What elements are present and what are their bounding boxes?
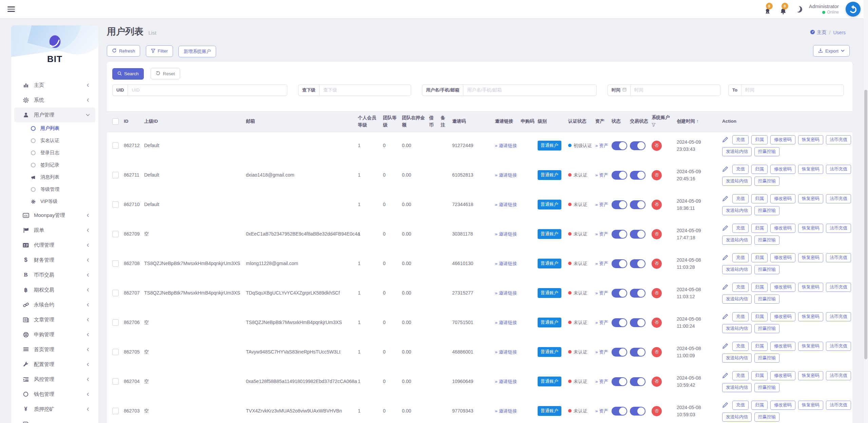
action-button-修改密码[interactable]: 修改密码 — [770, 283, 795, 292]
edit-pencil-icon[interactable] — [722, 314, 730, 320]
add-system-account-button[interactable]: 新增系统账户 — [178, 46, 216, 57]
row-checkbox[interactable] — [112, 378, 119, 385]
select-all-checkbox[interactable] — [112, 118, 119, 125]
action-button-充值[interactable]: 充值 — [732, 371, 749, 380]
sidebar-item-代理管理[interactable]: 代理管理 — [14, 238, 95, 253]
sidebar-item-hidden-17[interactable] — [14, 417, 95, 423]
action-button-修改密码[interactable]: 修改密码 — [770, 194, 795, 203]
row-checkbox[interactable] — [112, 172, 119, 178]
action-button-修改密码[interactable]: 修改密码 — [770, 224, 795, 233]
status-toggle[interactable] — [612, 141, 627, 150]
action-button-恢复密码[interactable]: 恢复密码 — [798, 371, 823, 380]
action-button-发送站内信[interactable]: 发送站内信 — [722, 236, 752, 245]
action-button-修改密码[interactable]: 修改密码 — [770, 342, 795, 351]
invite-link[interactable]: » 邀请链接 — [495, 231, 517, 237]
invite-link[interactable]: » 邀请链接 — [495, 173, 517, 178]
scrollbar-thumb[interactable] — [864, 90, 867, 359]
trade-status-toggle[interactable] — [630, 200, 645, 209]
status-toggle[interactable] — [612, 259, 627, 268]
action-button-恢复密码[interactable]: 恢复密码 — [798, 194, 823, 203]
action-button-法币充值[interactable]: 法币充值 — [826, 342, 851, 351]
assets-link[interactable]: » 资产 — [595, 231, 608, 237]
sidebar-item-质押挖矿[interactable]: ¥质押挖矿 — [14, 402, 95, 417]
action-button-修改密码[interactable]: 修改密码 — [770, 371, 795, 380]
edit-pencil-icon[interactable] — [722, 372, 730, 379]
status-toggle[interactable] — [612, 200, 627, 209]
admin-avatar[interactable] — [846, 2, 861, 17]
action-button-归属[interactable]: 归属 — [751, 401, 768, 410]
trade-status-toggle[interactable] — [630, 141, 645, 150]
assets-link[interactable]: » 资产 — [595, 261, 608, 266]
status-toggle[interactable] — [612, 289, 627, 298]
action-button-归属[interactable]: 归属 — [751, 312, 768, 321]
page-scrollbar[interactable] — [864, 0, 868, 423]
status-toggle[interactable] — [612, 318, 627, 327]
action-button-恢复密码[interactable]: 恢复密码 — [798, 253, 823, 262]
sidebar-item-钱包管理[interactable]: 钱包管理 — [14, 387, 95, 402]
action-button-充值[interactable]: 充值 — [732, 401, 749, 410]
edit-pencil-icon[interactable] — [722, 137, 730, 143]
action-button-法币充值[interactable]: 法币充值 — [826, 224, 851, 233]
action-button-修改密码[interactable]: 修改密码 — [770, 253, 795, 262]
action-button-充值[interactable]: 充值 — [732, 224, 749, 233]
sidebar-subitem-签到记录[interactable]: 签到记录 — [11, 159, 98, 171]
action-button-充值[interactable]: 充值 — [732, 283, 749, 292]
status-toggle[interactable] — [612, 348, 627, 357]
sidebar-subitem-消息列表[interactable]: 消息列表 — [11, 171, 98, 183]
action-button-控赢控输[interactable]: 控赢控输 — [754, 265, 779, 274]
action-button-归属[interactable]: 归属 — [751, 224, 768, 233]
breadcrumb-current[interactable]: Users — [833, 30, 846, 35]
invite-link[interactable]: » 邀请链接 — [495, 261, 517, 266]
action-button-法币充值[interactable]: 法币充值 — [826, 371, 851, 380]
action-button-发送站内信[interactable]: 发送站内信 — [722, 177, 752, 186]
trade-status-toggle[interactable] — [630, 171, 645, 180]
sidebar-item-财务管理[interactable]: $财务管理 — [14, 253, 95, 267]
assets-link[interactable]: » 资产 — [595, 143, 608, 148]
refresh-button[interactable]: Refresh — [107, 45, 140, 57]
row-checkbox[interactable] — [112, 408, 119, 414]
filter-button[interactable]: Filter — [146, 45, 173, 57]
row-checkbox[interactable] — [112, 319, 119, 326]
action-button-恢复密码[interactable]: 恢复密码 — [798, 165, 823, 174]
sidebar-subitem-登录日志[interactable]: 登录日志 — [11, 147, 98, 159]
invite-link[interactable]: » 邀请链接 — [495, 320, 517, 325]
assets-link[interactable]: » 资产 — [595, 320, 608, 325]
action-button-发送站内信[interactable]: 发送站内信 — [722, 383, 752, 392]
row-checkbox[interactable] — [112, 290, 119, 296]
action-button-修改密码[interactable]: 修改密码 — [770, 312, 795, 321]
status-toggle[interactable] — [612, 407, 627, 416]
assets-link[interactable]: » 资产 — [595, 173, 608, 178]
action-button-控赢控输[interactable]: 控赢控输 — [754, 295, 779, 304]
action-button-控赢控输[interactable]: 控赢控输 — [754, 147, 779, 156]
sidebar-item-币币交易[interactable]: B币币交易 — [14, 267, 95, 282]
action-button-控赢控输[interactable]: 控赢控输 — [754, 236, 779, 245]
medal-notification-icon[interactable]: 0 — [765, 4, 773, 14]
action-button-发送站内信[interactable]: 发送站内信 — [722, 295, 752, 304]
action-button-归属[interactable]: 归属 — [751, 342, 768, 351]
action-button-发送站内信[interactable]: 发送站内信 — [722, 354, 752, 363]
action-button-归属[interactable]: 归属 — [751, 253, 768, 262]
action-button-发送站内信[interactable]: 发送站内信 — [722, 206, 752, 215]
action-button-控赢控输[interactable]: 控赢控输 — [754, 354, 779, 363]
trade-status-toggle[interactable] — [630, 259, 645, 268]
assets-link[interactable]: » 资产 — [595, 202, 608, 207]
assets-link[interactable]: » 资产 — [595, 290, 608, 296]
sidebar-item-首页管理[interactable]: 首页管理 — [14, 342, 95, 357]
action-button-归属[interactable]: 归属 — [751, 135, 768, 144]
action-button-恢复密码[interactable]: 恢复密码 — [798, 135, 823, 144]
invite-link[interactable]: » 邀请链接 — [495, 290, 517, 296]
action-button-充值[interactable]: 充值 — [732, 135, 749, 144]
action-button-归属[interactable]: 归属 — [751, 283, 768, 292]
sidebar-item-用户管理[interactable]: 用户管理 — [14, 107, 95, 122]
row-checkbox[interactable] — [112, 201, 119, 208]
sort-asc-icon[interactable]: ↑ — [696, 119, 699, 124]
edit-pencil-icon[interactable] — [722, 196, 730, 202]
row-checkbox[interactable] — [112, 260, 119, 267]
action-button-充值[interactable]: 充值 — [732, 253, 749, 262]
column-filter-icon[interactable] — [652, 122, 674, 129]
sidebar-item-申购管理[interactable]: 申购管理 — [14, 327, 95, 342]
trade-status-toggle[interactable] — [630, 377, 645, 386]
action-button-法币充值[interactable]: 法币充值 — [826, 165, 851, 174]
action-button-充值[interactable]: 充值 — [732, 165, 749, 174]
sidebar-item-系统[interactable]: 系统 — [14, 93, 95, 107]
